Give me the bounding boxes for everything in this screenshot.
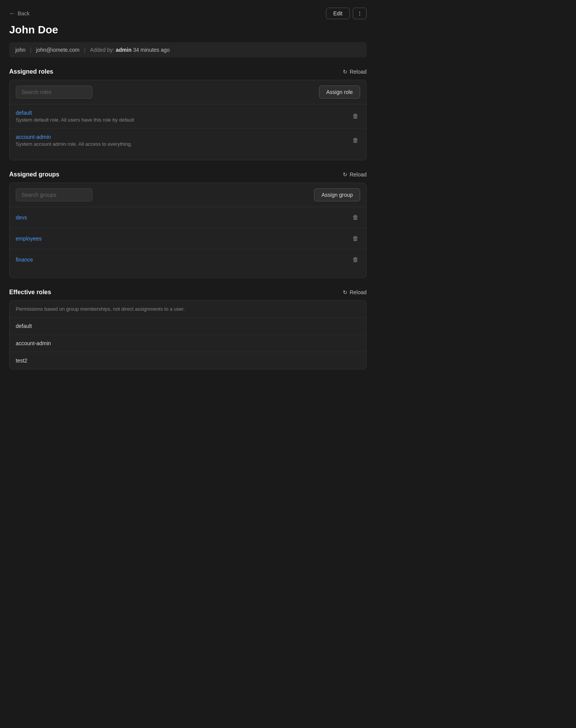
- assign-group-button[interactable]: Assign group: [314, 188, 360, 201]
- meta-username: john: [15, 47, 25, 53]
- meta-added-by: admin: [116, 47, 132, 53]
- more-button[interactable]: ⋮: [353, 8, 367, 19]
- delete-group-icon[interactable]: 🗑: [351, 234, 360, 244]
- effective-roles-reload-button[interactable]: ↻ Reload: [343, 289, 367, 295]
- role-description: System account admin role. All access to…: [16, 141, 132, 147]
- effective-role-row: test2: [10, 352, 366, 369]
- page-title: John Doe: [9, 24, 367, 36]
- search-roles-input[interactable]: [16, 86, 92, 99]
- role-description: System default role. All users have this…: [16, 117, 134, 123]
- table-row: account-admin System account admin role.…: [10, 128, 366, 152]
- assigned-groups-header: Assigned groups ↻ Reload: [9, 171, 367, 178]
- back-label: Back: [18, 10, 30, 16]
- meta-email: john@iomete.com: [36, 47, 79, 53]
- assigned-roles-reload-button[interactable]: ↻ Reload: [343, 69, 367, 75]
- delete-group-icon[interactable]: 🗑: [351, 212, 360, 222]
- role-content: account-admin System account admin role.…: [16, 134, 132, 147]
- assigned-groups-reload-button[interactable]: ↻ Reload: [343, 171, 367, 178]
- effective-roles-title: Effective roles: [9, 289, 51, 296]
- meta-bar: john | john@iomete.com | Added by: admin…: [9, 42, 367, 58]
- table-row: employees 🗑: [10, 228, 366, 249]
- effective-roles-info: Permissions based on group memberships, …: [10, 301, 366, 318]
- effective-roles-header: Effective roles ↻ Reload: [9, 289, 367, 296]
- group-name[interactable]: devs: [16, 214, 27, 221]
- effective-role-row: default: [10, 318, 366, 335]
- effective-roles-list: defaultaccount-admintest2: [10, 318, 366, 369]
- back-icon: ←: [9, 10, 15, 17]
- header-actions: Edit ⋮: [326, 8, 367, 19]
- search-groups-input[interactable]: [16, 188, 92, 201]
- meta-divider-2: |: [84, 47, 86, 53]
- back-button[interactable]: ← Back: [9, 10, 30, 17]
- meta-divider-1: |: [30, 47, 31, 53]
- assigned-groups-card: Assign group devs 🗑 employees 🗑 finance …: [9, 183, 367, 278]
- effective-roles-section: Effective roles ↻ Reload Permissions bas…: [9, 289, 367, 369]
- groups-list: devs 🗑 employees 🗑 finance 🗑: [10, 207, 366, 270]
- assigned-roles-reload-label: Reload: [350, 69, 367, 75]
- assigned-roles-title: Assigned roles: [9, 68, 53, 75]
- assigned-roles-card: Assign role default System default role.…: [9, 80, 367, 160]
- table-row: devs 🗑: [10, 207, 366, 228]
- assign-role-button[interactable]: Assign role: [319, 86, 360, 99]
- reload-effective-icon: ↻: [343, 289, 347, 295]
- assigned-roles-toolbar: Assign role: [10, 80, 366, 104]
- assigned-groups-reload-label: Reload: [350, 171, 367, 178]
- role-name[interactable]: default: [16, 110, 134, 116]
- effective-role-row: account-admin: [10, 335, 366, 352]
- reload-groups-icon: ↻: [343, 171, 347, 178]
- group-name[interactable]: employees: [16, 236, 42, 242]
- delete-group-icon[interactable]: 🗑: [351, 255, 360, 265]
- effective-roles-card: Permissions based on group memberships, …: [9, 300, 367, 369]
- assigned-roles-section: Assigned roles ↻ Reload Assign role defa…: [9, 68, 367, 160]
- table-row: finance 🗑: [10, 249, 366, 270]
- groups-spacer: [10, 270, 366, 278]
- assigned-groups-section: Assigned groups ↻ Reload Assign group de…: [9, 171, 367, 278]
- assigned-roles-header: Assigned roles ↻ Reload: [9, 68, 367, 75]
- delete-role-icon[interactable]: 🗑: [351, 135, 360, 145]
- meta-added-time: 34 minutes ago: [133, 47, 170, 53]
- group-name[interactable]: finance: [16, 257, 33, 263]
- role-name[interactable]: account-admin: [16, 134, 132, 140]
- table-row: default System default role. All users h…: [10, 104, 366, 128]
- meta-added-label: Added by:: [90, 47, 114, 53]
- reload-roles-icon: ↻: [343, 69, 347, 75]
- roles-spacer: [10, 152, 366, 160]
- roles-list: default System default role. All users h…: [10, 104, 366, 152]
- effective-roles-reload-label: Reload: [350, 289, 367, 295]
- delete-role-icon[interactable]: 🗑: [351, 111, 360, 121]
- assigned-groups-toolbar: Assign group: [10, 183, 366, 207]
- assigned-groups-title: Assigned groups: [9, 171, 59, 178]
- role-content: default System default role. All users h…: [16, 110, 134, 123]
- edit-button[interactable]: Edit: [326, 8, 350, 19]
